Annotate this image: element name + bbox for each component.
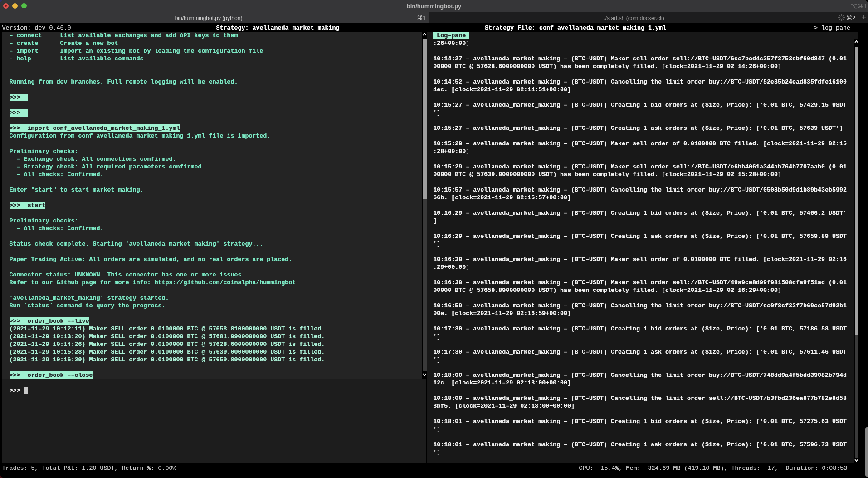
svg-text:1: 1	[863, 3, 867, 10]
svg-text:1: 1	[423, 15, 426, 21]
svg-text:2: 2	[852, 15, 855, 21]
